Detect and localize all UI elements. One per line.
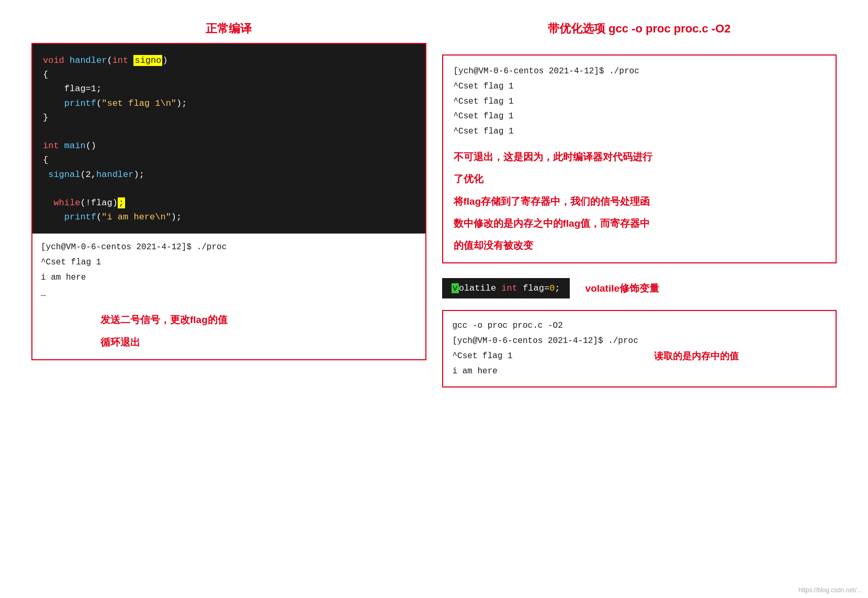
volatile-int-kw: int [501,283,523,293]
fn-printf-2: printf [64,212,96,222]
rt-ann4: 数中修改的是内存之中的flag值，而寄存器中 [454,215,826,232]
volatile-semi: ; [555,283,560,293]
left-term-line2: ^Cset flag 1 [41,255,417,270]
left-term-line4: _ [41,285,417,301]
code-line-8: { [43,153,415,167]
rt-ann2: 了优化 [454,171,826,187]
fn-printf-1: printf [64,98,96,108]
rb-line2: [ych@VM-0-6-centos 2021-4-12]$ ./proc [453,334,638,349]
rt-ann1: 不可退出，这是因为，此时编译器对代码进行 [454,149,826,165]
rb-line3: ^Cset flag 1 [453,349,638,364]
kw-int2: int [43,141,64,151]
code-line-4: printf("set flag 1\n"); [43,96,415,110]
right-top-box: [ych@VM-0-6-centos 2021-4-12]$ ./proc ^C… [442,54,837,263]
fn-main: main [64,141,86,151]
rt-line4: ^Cset flag 1 [454,109,826,124]
fn-handler2: handler [96,170,133,180]
volatile-v-letter: v [452,283,459,293]
code-line-7: int main() [43,139,415,153]
left-annotation-line2: 循环退出 [100,334,417,351]
code-line-10 [43,182,415,196]
rt-line1: [ych@VM-0-6-centos 2021-4-12]$ ./proc [454,64,826,79]
kw-void: void [43,56,70,65]
semicolon-highlight: ; [118,197,125,208]
rb-line4: i am here [453,364,638,379]
fn-signal: signal [48,170,80,180]
code-line-2: { [43,68,415,82]
code-line-1: void handler(int signo) [43,53,415,68]
right-top-terminal: [ych@VM-0-6-centos 2021-4-12]$ ./proc ^C… [454,64,826,139]
left-main-box: void handler(int signo) { flag=1; printf… [31,43,426,360]
code-line-11: while(!flag); [43,196,415,210]
volatile-line-container: volatile int flag=0; volatile修饰变量 [442,278,837,298]
volatile-label-text: volatile修饰变量 [585,282,659,295]
right-bottom-annotation-text: 读取的是内存中的值 [654,318,739,362]
right-title: 带优化选项 gcc -o proc proc.c -O2 [442,21,837,37]
rt-line3: ^Cset flag 1 [454,94,826,109]
left-title: 正常编译 [31,21,426,37]
left-term-line3: i am here [41,270,417,285]
rt-ann5: 的值却没有被改变 [454,237,826,254]
code-line-9: signal(2,handler); [43,168,415,182]
str-setflag: "set flag 1\n" [102,98,176,108]
rt-line5: ^Cset flag 1 [454,124,826,139]
right-bottom-box: gcc -o proc proc.c -O2 [ych@VM-0-6-cento… [442,310,837,387]
watermark: https://blog.csdn.net/... [798,586,862,594]
left-annotation: 发送二号信号，更改flag的值 循环退出 [32,303,425,359]
volatile-zero: 0 [549,283,555,293]
rt-line2: ^Cset flag 1 [454,79,826,94]
code-line-6 [43,125,415,139]
left-term-line1: [ych@VM-0-6-centos 2021-4-12]$ ./proc [41,240,417,255]
left-terminal-output: [ych@VM-0-6-centos 2021-4-12]$ ./proc ^C… [32,234,425,303]
right-top-annotation: 不可退出，这是因为，此时编译器对代码进行 了优化 将flag存储到了寄存器中，我… [454,149,826,254]
str-iamhere: "i am here\n" [102,212,171,222]
left-section: 正常编译 void handler(int signo) { flag=1; p… [31,21,426,387]
volatile-rest: olatile [459,283,502,293]
rb-line1: gcc -o proc proc.c -O2 [453,318,638,334]
right-section: 带优化选项 gcc -o proc proc.c -O2 [ych@VM-0-6… [442,21,837,387]
right-bottom-terminal: gcc -o proc proc.c -O2 [ych@VM-0-6-cento… [453,318,638,379]
code-line-5: } [43,110,415,125]
rt-ann3: 将flag存储到了寄存器中，我们的信号处理函 [454,193,826,210]
volatile-flag: flag= [523,283,549,293]
code-line-3: flag=1; [43,82,415,96]
left-code-block: void handler(int signo) { flag=1; printf… [32,44,425,234]
left-annotation-line1: 发送二号信号，更改flag的值 [100,312,417,328]
param-signo: signo [133,55,162,66]
code-line-12: printf("i am here\n"); [43,210,415,224]
kw-int: int [112,56,134,65]
fn-handler: handler [70,56,107,65]
volatile-code-block: volatile int flag=0; [442,278,570,298]
kw-while: while [53,198,80,208]
